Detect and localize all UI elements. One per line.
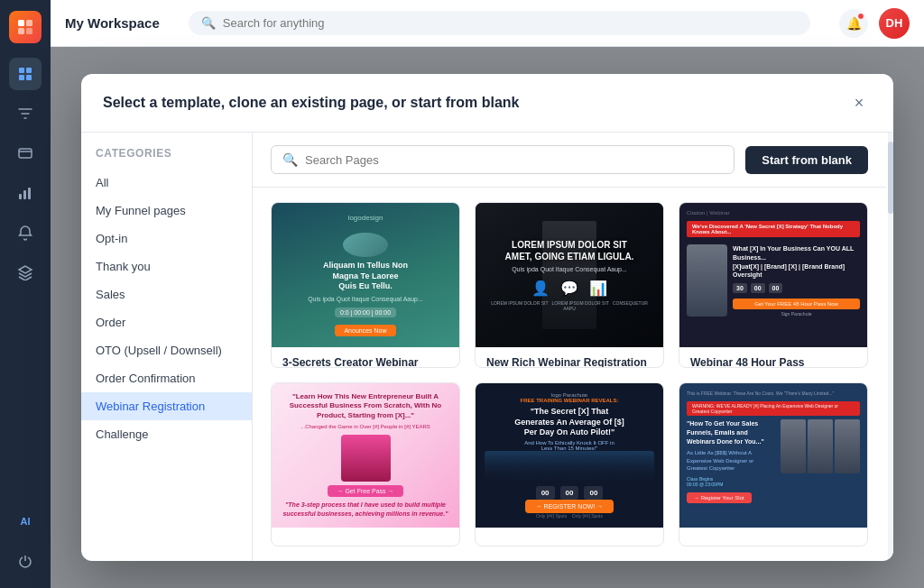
tpl3-logo: Citation | Webinar bbox=[687, 210, 729, 216]
svg-rect-1 bbox=[26, 20, 32, 26]
template-card-5[interactable]: logo Parachute Free Training Webinar Rev… bbox=[475, 382, 664, 547]
tpl4-quote: "The 3-step process that I have used to … bbox=[281, 501, 450, 519]
tpl5-headline: "The Secret [X] ThatGenerates An Average… bbox=[514, 407, 624, 438]
tpl3-content: What [X] In Your Business Can YOU ALL Bu… bbox=[687, 241, 860, 317]
sidebar-icon-layers[interactable] bbox=[9, 256, 42, 289]
tpl5-label: Free Training Webinar Reveals: bbox=[514, 398, 624, 403]
tpl3-bar: We've Discovered A 'New Secret [X] Strat… bbox=[687, 221, 860, 237]
tpl2-bottom-text: LOREM IPSUM DOLOR SIT LOREM IPSUM DOLOR … bbox=[486, 300, 652, 311]
tpl1-cta-button[interactable]: Anounces Now bbox=[335, 325, 395, 336]
template-select-modal: Select a template, clone an existing pag… bbox=[81, 74, 893, 561]
tpl2-icons: 👤 💬 📊 bbox=[486, 280, 652, 297]
template-preview-2: LOREM IPSUM DOLOR SITAMET, GOING ETIAM L… bbox=[476, 203, 663, 347]
tpl5-timer-m: 00 bbox=[560, 486, 579, 500]
tpl2-icon-2: 💬 bbox=[560, 280, 578, 297]
global-search[interactable]: 🔍 bbox=[189, 11, 810, 35]
category-item-order-confirmation[interactable]: Order Confirmation bbox=[81, 364, 252, 392]
app-logo bbox=[9, 11, 42, 43]
tpl3-bar-text: We've Discovered A 'New Secret [X] Strat… bbox=[692, 224, 855, 234]
category-item-webinar-registration[interactable]: Webinar Registration bbox=[81, 392, 252, 420]
tpl6-cta-button[interactable]: → Register Your Slot bbox=[687, 492, 752, 503]
tpl5-timer: 00 00 00 bbox=[536, 486, 604, 500]
category-item-thank-you[interactable]: Thank you bbox=[81, 253, 252, 280]
scroll-thumb bbox=[888, 142, 893, 214]
template-search-box[interactable]: 🔍 bbox=[271, 145, 735, 174]
tpl6-sub: As Little As [$$$] Without A Expensive W… bbox=[687, 449, 775, 472]
svg-rect-7 bbox=[26, 75, 32, 80]
category-item-sales[interactable]: Sales bbox=[81, 280, 252, 308]
tpl2-icon-1: 👤 bbox=[531, 280, 550, 297]
template-preview-4: "Learn How This New Entrepreneur Built A… bbox=[272, 383, 459, 528]
tpl5-timer-s: 00 bbox=[584, 486, 603, 500]
modal-title: Select a template, clone an existing pag… bbox=[103, 95, 519, 111]
category-item-order[interactable]: Order bbox=[81, 308, 252, 336]
sidebar-icon-filter[interactable] bbox=[9, 97, 42, 130]
svg-rect-15 bbox=[28, 188, 31, 199]
category-item-opt-in[interactable]: Opt-in bbox=[81, 225, 252, 253]
tpl3-headline: What [X] In Your Business Can YOU ALL Bu… bbox=[733, 244, 860, 280]
tpl1-logo: logodesign bbox=[348, 214, 383, 222]
tpl3-timer-row: 30 00 00 bbox=[733, 283, 860, 293]
search-icon: 🔍 bbox=[201, 16, 216, 30]
template-preview-5: logo Parachute Free Training Webinar Rev… bbox=[476, 383, 663, 528]
template-search-input[interactable] bbox=[305, 153, 723, 167]
sidebar-icon-dashboard[interactable] bbox=[9, 58, 42, 90]
start-from-blank-button[interactable]: Start from blank bbox=[745, 146, 868, 174]
template-card-1[interactable]: logodesign Aliquam In Tellus NonMagna Te… bbox=[271, 202, 460, 368]
categories-heading: Categories bbox=[81, 147, 252, 169]
tpl6-date: Class Begins00:00 @ 23:00PM bbox=[687, 476, 775, 487]
template-preview-3: Citation | Webinar We've Discovered A 'N… bbox=[679, 203, 867, 347]
tpl4-sub: ...Changed the Game in Over [#] People i… bbox=[300, 424, 430, 429]
notification-dot bbox=[857, 13, 864, 20]
template-info-5 bbox=[476, 528, 663, 546]
template-card-2[interactable]: LOREM IPSUM DOLOR SITAMET, GOING ETIAM L… bbox=[475, 202, 664, 368]
tpl2-content: LOREM IPSUM DOLOR SITAMET, GOING ETIAM L… bbox=[486, 239, 652, 311]
template-card-3[interactable]: Citation | Webinar We've Discovered A 'N… bbox=[679, 202, 868, 368]
content-area: Select a template, clone an existing pag… bbox=[51, 47, 924, 588]
tpl5-fine: Only [##] Spots Only [##] Spots bbox=[536, 513, 603, 519]
category-item-all[interactable]: All bbox=[81, 169, 252, 197]
tpl6-headline: "How To Get Your Sales Funnels, Emails a… bbox=[687, 419, 775, 446]
template-name-1: 3-Secrets Creator Webinar Registration bbox=[282, 356, 448, 368]
sidebar-icon-bell[interactable] bbox=[9, 216, 42, 249]
tpl5-cta-button[interactable]: → REGISTER NOW! → bbox=[525, 500, 614, 513]
tpl1-timer: 0:0 | 00:00 | 00:00 bbox=[335, 308, 396, 317]
category-item-challenge[interactable]: Challenge bbox=[81, 420, 252, 448]
template-card-4[interactable]: "Learn How This New Entrepreneur Built A… bbox=[271, 382, 460, 547]
categories-panel: Categories All My Funnel pages Opt-in Th… bbox=[81, 133, 253, 561]
modal-scrollbar[interactable] bbox=[886, 133, 893, 561]
template-info-3: Webinar 48 Hour Pass bbox=[679, 347, 867, 368]
sidebar-icon-chart[interactable] bbox=[9, 177, 42, 209]
template-info-4 bbox=[272, 528, 459, 546]
workspace-title: My Workspace bbox=[65, 15, 160, 31]
svg-rect-14 bbox=[23, 190, 26, 199]
category-item-my-funnel-pages[interactable]: My Funnel pages bbox=[81, 197, 252, 225]
template-preview-6: This is FREE Webinar. These Are No Costs… bbox=[679, 383, 867, 528]
modal-body: Categories All My Funnel pages Opt-in Th… bbox=[81, 133, 893, 561]
tpl6-bar: WARNING: WE'VE ALREADY [#] Placing An Ex… bbox=[687, 401, 860, 416]
tpl3-cta-button[interactable]: Get Your FREE 48 Hour Pass Now bbox=[733, 299, 860, 309]
templates-toolbar: 🔍 Start from blank bbox=[253, 133, 886, 188]
search-input[interactable] bbox=[223, 16, 798, 30]
tpl5-sub: And How To Ethically Knock It OFF inLess… bbox=[514, 440, 624, 451]
template-card-6[interactable]: This is FREE Webinar. These Are No Costs… bbox=[679, 382, 868, 547]
svg-rect-5 bbox=[26, 68, 32, 73]
svg-rect-13 bbox=[19, 194, 22, 199]
sidebar-icon-power[interactable] bbox=[9, 545, 42, 577]
tpl3-timer-m: 00 bbox=[751, 283, 765, 293]
tpl6-bar-text: WARNING: WE'VE ALREADY [#] Placing An Ex… bbox=[692, 403, 855, 414]
sidebar-icon-ai[interactable]: AI bbox=[9, 505, 42, 537]
tpl4-headline: "Learn How This New Entrepreneur Built A… bbox=[281, 392, 450, 420]
template-name-2: New Rich Webinar Registration Page bbox=[486, 356, 652, 368]
category-item-oto[interactable]: OTO (Upsell / Downsell) bbox=[81, 336, 252, 364]
tpl4-cta-button[interactable]: → Get Free Pass → bbox=[328, 485, 402, 497]
avatar[interactable]: DH bbox=[879, 8, 910, 39]
tpl6-label: This is FREE Webinar. These Are No Costs… bbox=[687, 390, 860, 396]
tpl2-sub: Quis ipda Quot Itaque Consequat Aaup... bbox=[486, 266, 652, 272]
sidebar-icon-card[interactable] bbox=[9, 137, 42, 170]
tpl6-content: "How To Get Your Sales Funnels, Emails a… bbox=[687, 419, 860, 503]
templates-grid: logodesign Aliquam In Tellus NonMagna Te… bbox=[253, 188, 886, 561]
modal-header: Select a template, clone an existing pag… bbox=[81, 74, 893, 133]
notification-button[interactable]: 🔔 bbox=[839, 9, 868, 38]
modal-close-button[interactable]: × bbox=[846, 90, 872, 115]
